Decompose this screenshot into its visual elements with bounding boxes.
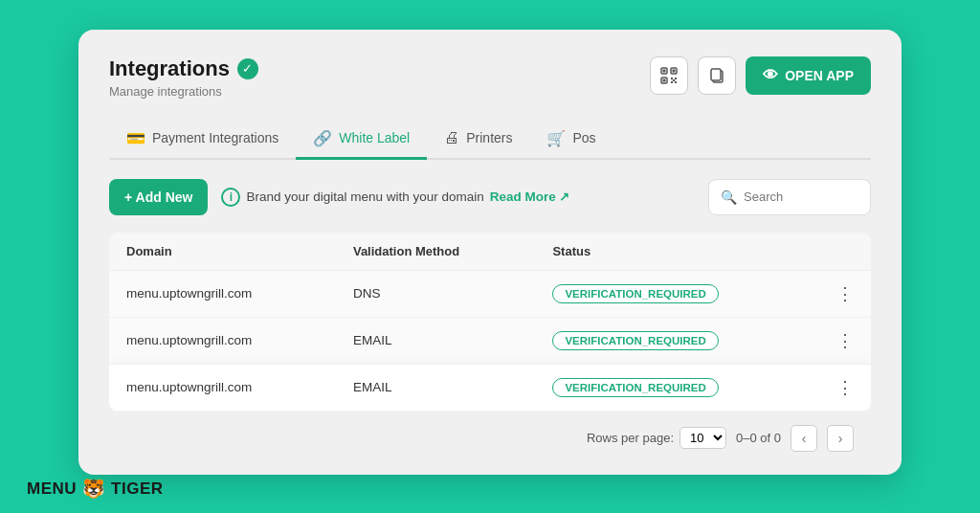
dots-cell-3[interactable]: ⋮ [819,364,871,411]
row-menu-1[interactable]: ⋮ [836,284,854,303]
tab-payment-integrations[interactable]: 💳 Payment Integrations [109,120,296,160]
header-actions: 👁 OPEN APP [650,56,871,95]
search-input[interactable] [744,190,858,204]
svg-rect-1 [663,69,666,72]
page-info: 0–0 of 0 [736,431,781,445]
next-page-button[interactable]: › [827,425,854,452]
integrations-table: Domain Validation Method Status menu.upt… [109,233,871,412]
payment-tab-icon: 💳 [126,129,145,147]
pagination: Rows per page: 10 25 50 0–0 of 0 ‹ › [109,412,871,452]
tab-white-label[interactable]: 🔗 White Label [296,120,427,160]
rows-per-page: Rows per page: 10 25 50 [587,427,726,449]
svg-rect-10 [673,79,675,81]
status-badge-3: VERIFICATION_REQUIRED [552,378,718,397]
col-status: Status [535,233,819,271]
row-menu-3[interactable]: ⋮ [836,378,854,397]
search-box: 🔍 [708,179,871,215]
rows-per-page-select[interactable]: 10 25 50 [679,427,726,449]
table-row: menu.uptowngrill.com EMAIL VERIFICATION_… [109,364,871,411]
row-menu-2[interactable]: ⋮ [836,331,854,350]
col-actions [819,233,871,271]
cell-status-1: VERIFICATION_REQUIRED [535,270,819,317]
status-badge-2: VERIFICATION_REQUIRED [552,331,718,350]
svg-rect-8 [671,81,673,83]
tab-printers[interactable]: 🖨 Printers [427,120,529,160]
table-row: menu.uptowngrill.com DNS VERIFICATION_RE… [109,270,871,317]
title-row: Integrations ✓ [109,56,258,81]
pos-tab-icon: 🛒 [546,129,566,147]
svg-rect-5 [663,78,666,81]
printers-tab-icon: 🖨 [444,129,459,146]
qr-code-button[interactable] [650,56,688,95]
branding: MENU 🐯 TIGER [27,478,164,500]
status-badge-1: VERIFICATION_REQUIRED [552,284,718,303]
brand-tiger-icon: 🐯 [82,478,105,500]
title-section: Integrations ✓ Manage integrations [109,56,258,99]
info-icon: i [221,188,240,207]
card-header: Integrations ✓ Manage integrations [109,56,871,99]
cell-status-2: VERIFICATION_REQUIRED [535,317,819,364]
read-more-link[interactable]: Read More ↗ [490,190,569,204]
page-subtitle: Manage integrations [109,84,258,99]
svg-rect-9 [675,81,677,83]
cell-method-3: EMAIL [336,364,536,411]
table-body: menu.uptowngrill.com DNS VERIFICATION_RE… [109,270,871,411]
add-new-button[interactable]: + Add New [109,179,208,215]
search-icon: 🔍 [721,190,737,205]
copy-button[interactable] [698,56,736,95]
brand-tiger-text: TIGER [111,480,163,499]
white-label-tab-icon: 🔗 [313,129,332,147]
cell-method-2: EMAIL [336,317,536,364]
cell-domain-1: menu.uptowngrill.com [109,270,336,317]
prev-page-button[interactable]: ‹ [791,425,817,452]
dots-cell-2[interactable]: ⋮ [819,317,871,364]
external-link-icon: ↗ [559,190,569,204]
tab-pos[interactable]: 🛒 Pos [529,120,612,160]
svg-rect-6 [671,78,673,79]
table-header: Domain Validation Method Status [109,233,871,271]
table-row: menu.uptowngrill.com EMAIL VERIFICATION_… [109,317,871,364]
toolbar: + Add New i Brand your digital menu with… [109,179,871,215]
tabs-bar: 💳 Payment Integrations 🔗 White Label 🖨 P… [109,120,871,160]
cell-domain-2: menu.uptowngrill.com [109,317,336,364]
svg-rect-7 [675,78,677,79]
col-validation-method: Validation Method [336,233,536,271]
cell-method-1: DNS [336,270,536,317]
table-container: Domain Validation Method Status menu.upt… [109,233,871,412]
verified-icon: ✓ [237,58,258,79]
cell-status-3: VERIFICATION_REQUIRED [535,364,819,411]
svg-rect-12 [711,69,721,80]
info-text: i Brand your digital menu with your doma… [221,188,568,207]
rows-per-page-label: Rows per page: [587,431,674,445]
col-domain: Domain [109,233,336,271]
toolbar-left: + Add New i Brand your digital menu with… [109,179,569,215]
main-card: Integrations ✓ Manage integrations [78,30,902,475]
page-title: Integrations [109,56,230,81]
dots-cell-1[interactable]: ⋮ [819,270,871,317]
svg-rect-3 [673,69,676,72]
open-app-button[interactable]: 👁 OPEN APP [746,56,871,95]
cell-domain-3: menu.uptowngrill.com [109,364,336,411]
brand-menu: MENU [27,480,77,499]
eye-icon: 👁 [763,67,778,84]
